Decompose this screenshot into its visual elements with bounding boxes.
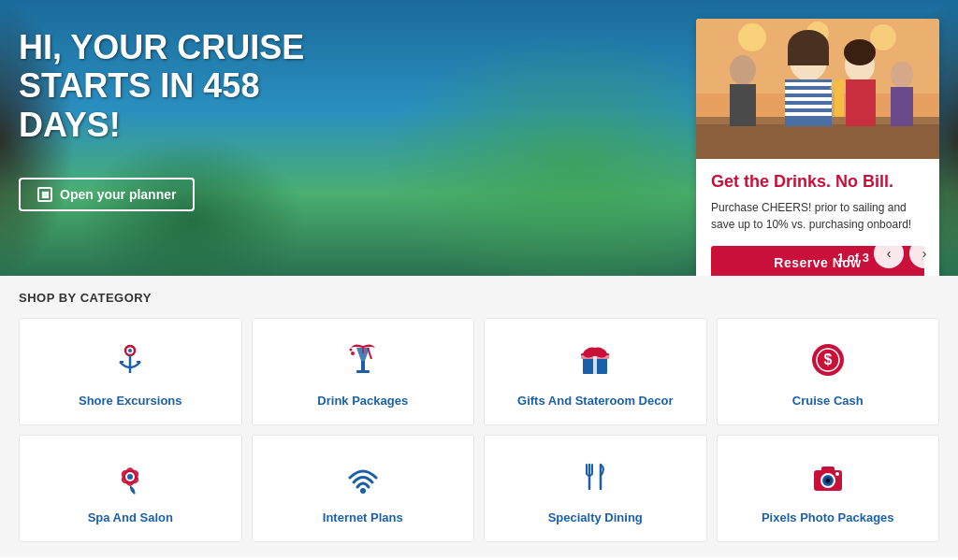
shore-excursions-label: Shore Excursions — [79, 394, 182, 409]
category-card-cruise-cash[interactable]: $ Cruise Cash — [717, 318, 940, 425]
svg-rect-24 — [891, 87, 913, 126]
slide-next-button[interactable]: › — [909, 238, 939, 268]
promo-title: Get the Drinks. No Bill. — [711, 172, 924, 192]
planner-btn-label: Open your planner — [60, 187, 176, 202]
gifts-stateroom-icon — [573, 337, 617, 382]
promo-image — [696, 19, 939, 159]
svg-rect-13 — [785, 97, 832, 101]
svg-point-35 — [351, 352, 355, 355]
calendar-icon: ▦ — [37, 187, 52, 202]
promo-description: Purchase CHEERS! prior to sailing and sa… — [711, 199, 924, 233]
svg-point-19 — [844, 39, 876, 65]
category-card-pixels-photo[interactable]: Pixels Photo Packages — [717, 435, 940, 542]
svg-point-62 — [835, 472, 839, 476]
specialty-dining-label: Specialty Dining — [548, 510, 643, 526]
svg-rect-16 — [835, 89, 844, 117]
svg-rect-12 — [785, 90, 832, 93]
internet-plans-icon — [341, 454, 385, 499]
gifts-stateroom-label: Gifts And Stateroom Decor — [517, 394, 673, 409]
svg-point-61 — [826, 479, 830, 482]
hero-title-line2: STARTS IN 458 DAYS! — [19, 66, 259, 143]
slide-indicator: 1 of 3 — [837, 251, 869, 265]
pixels-photo-label: Pixels Photo Packages — [762, 510, 894, 526]
svg-point-29 — [128, 349, 132, 352]
svg-point-43 — [591, 349, 599, 356]
svg-rect-31 — [361, 361, 365, 370]
category-card-shore-excursions[interactable]: Shore Excursions — [19, 318, 242, 425]
svg-point-36 — [349, 349, 352, 352]
svg-rect-9 — [788, 47, 829, 65]
svg-point-53 — [360, 488, 366, 494]
svg-rect-5 — [696, 122, 939, 159]
slide-prev-button[interactable]: ‹ — [874, 238, 904, 268]
svg-rect-11 — [785, 82, 832, 86]
drink-packages-icon — [341, 337, 385, 382]
pixels-photo-icon — [806, 454, 850, 499]
cruise-cash-icon: $ — [806, 337, 850, 382]
hero-banner: HI, YOUR CRUISE STARTS IN 458 DAYS! ▦ Op… — [0, 0, 958, 276]
svg-rect-22 — [730, 84, 756, 126]
category-grid: Shore Excursions — [19, 318, 939, 542]
svg-text:$: $ — [823, 352, 832, 367]
shop-section: SHOP BY CATEGORY Shore Excursions — [0, 276, 958, 557]
hero-title: HI, YOUR CRUISE STARTS IN 458 DAYS! — [19, 28, 337, 144]
slide-navigation: ‹ › — [874, 238, 939, 268]
shop-section-title: SHOP BY CATEGORY — [19, 291, 939, 305]
promo-card: Get the Drinks. No Bill. Purchase CHEERS… — [696, 19, 939, 276]
spa-salon-icon — [108, 454, 152, 499]
shore-excursions-icon — [108, 337, 152, 382]
svg-rect-15 — [785, 112, 832, 116]
hero-title-line1: HI, YOUR CRUISE — [19, 28, 304, 66]
svg-point-23 — [891, 62, 913, 88]
open-planner-button[interactable]: ▦ Open your planner — [19, 178, 195, 211]
svg-point-21 — [730, 55, 756, 85]
category-card-internet-plans[interactable]: Internet Plans — [252, 435, 475, 542]
svg-rect-32 — [356, 370, 370, 373]
svg-point-2 — [738, 23, 766, 51]
category-card-specialty-dining[interactable]: Specialty Dining — [484, 435, 707, 542]
specialty-dining-icon — [573, 454, 617, 499]
internet-plans-label: Internet Plans — [323, 510, 403, 526]
svg-line-34 — [368, 348, 371, 359]
promo-scene-svg — [696, 19, 939, 159]
drink-packages-label: Drink Packages — [317, 394, 408, 409]
cruise-cash-label: Cruise Cash — [792, 394, 864, 409]
category-card-spa-salon[interactable]: Spa And Salon — [19, 435, 242, 542]
svg-point-52 — [127, 474, 133, 480]
svg-rect-14 — [785, 105, 832, 108]
svg-rect-10 — [785, 79, 832, 126]
category-card-drink-packages[interactable]: Drink Packages — [252, 318, 475, 425]
svg-rect-57 — [821, 467, 835, 472]
category-card-gifts-stateroom[interactable]: Gifts And Stateroom Decor — [484, 318, 707, 425]
spa-salon-label: Spa And Salon — [88, 510, 173, 526]
svg-rect-20 — [846, 79, 876, 126]
